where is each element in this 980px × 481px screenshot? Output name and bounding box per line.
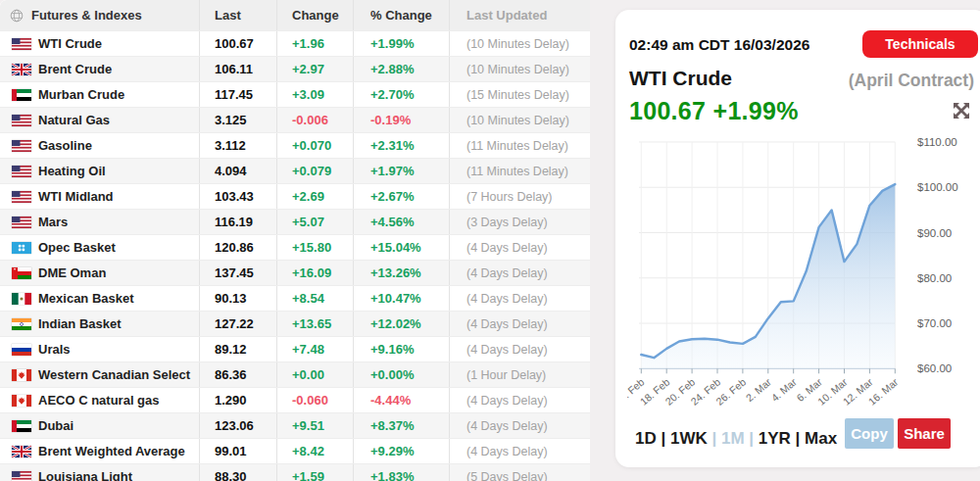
commodity-name-link[interactable]: Western Canadian Select xyxy=(38,367,190,382)
range-1d[interactable]: 1D xyxy=(635,429,657,448)
percent-change: +1.83% xyxy=(353,464,449,481)
header-last-updated: Last Updated xyxy=(449,0,590,30)
last-updated: (4 Days Delay) xyxy=(449,261,590,285)
table-row[interactable]: Mars 116.19 +5.07 +4.56% (3 Days Delay) xyxy=(0,209,590,234)
last-updated: (4 Days Delay) xyxy=(449,337,590,361)
change-value: -0.006 xyxy=(276,108,353,132)
country-flag-icon xyxy=(12,166,31,177)
change-value: +7.48 xyxy=(276,337,353,361)
last-price: 106.11 xyxy=(199,57,276,81)
svg-text:$80.00: $80.00 xyxy=(917,272,952,284)
table-row[interactable]: Mexican Basket 90.13 +8.54 +10.47% (4 Da… xyxy=(0,285,590,311)
table-row[interactable]: Urals 89.12 +7.48 +9.16% (4 Days Delay) xyxy=(0,336,590,361)
table-row[interactable]: Western Canadian Select 86.36 +0.00 +0.0… xyxy=(0,361,590,387)
commodity-name-link[interactable]: DME Oman xyxy=(38,265,106,280)
country-flag-icon xyxy=(12,369,31,381)
percent-change: +15.04% xyxy=(353,235,449,260)
country-flag-icon xyxy=(12,318,31,330)
last-updated: (4 Days Delay) xyxy=(449,388,590,412)
commodity-name-link[interactable]: Louisiana Light xyxy=(38,469,132,481)
table-row[interactable]: Natural Gas 3.125 -0.006 -0.19% (10 Minu… xyxy=(0,107,590,132)
commodity-name-link[interactable]: Murban Crude xyxy=(38,87,124,102)
country-flag-icon xyxy=(12,89,31,101)
country-flag-icon xyxy=(12,446,31,457)
percent-change: +1.97% xyxy=(353,159,449,183)
percent-change: +13.26% xyxy=(353,261,449,285)
table-row[interactable]: Murban Crude 117.45 +3.09 +2.70% (15 Min… xyxy=(0,81,590,107)
copy-button[interactable]: Copy xyxy=(845,418,894,449)
table-row[interactable]: WTI Crude 100.67 +1.96 +1.99% (10 Minute… xyxy=(0,30,590,56)
percent-change: +2.31% xyxy=(353,133,449,158)
technicals-button[interactable]: Technicals xyxy=(862,30,978,58)
last-updated: (11 Minutes Delay) xyxy=(449,133,590,158)
commodity-name-link[interactable]: Brent Crude xyxy=(38,62,112,76)
range-max[interactable]: Max xyxy=(805,429,837,448)
last-price: 116.19 xyxy=(199,210,276,234)
last-price: 99.01 xyxy=(199,439,276,463)
last-price: 127.22 xyxy=(199,312,276,336)
globe-icon xyxy=(10,9,24,23)
country-flag-icon xyxy=(12,344,31,356)
commodity-name-link[interactable]: Natural Gas xyxy=(38,113,110,127)
last-updated: (15 Minutes Delay) xyxy=(449,82,590,107)
table-row[interactable]: DME Oman 137.45 +16.09 +13.26% (4 Days D… xyxy=(0,260,590,285)
header-change: Change xyxy=(276,0,353,30)
percent-change: +2.70% xyxy=(353,82,449,107)
table-row[interactable]: WTI Midland 103.43 +2.69 +2.67% (7 Hours… xyxy=(0,183,590,209)
table-row[interactable]: Brent Weighted Average 99.01 +8.42 +9.29… xyxy=(0,438,590,463)
country-flag-icon xyxy=(12,115,31,126)
svg-text:$100.00: $100.00 xyxy=(917,181,958,193)
commodity-name-link[interactable]: WTI Crude xyxy=(38,36,102,51)
commodity-name-link[interactable]: Mars xyxy=(38,215,68,229)
country-flag-icon xyxy=(12,293,31,305)
commodity-name-link[interactable]: WTI Midland xyxy=(38,189,114,204)
table-row[interactable]: Louisiana Light 88.30 +1.59 +1.83% (5 Da… xyxy=(0,463,590,481)
commodity-name-link[interactable]: Brent Weighted Average xyxy=(38,444,185,458)
last-price: 123.06 xyxy=(199,413,276,438)
range-1m[interactable]: 1M xyxy=(721,429,745,448)
share-button[interactable]: Share xyxy=(898,418,951,449)
table-header: Futures & Indexes Last Change % Change L… xyxy=(0,0,590,30)
contract-label: (April Contract) xyxy=(849,71,974,91)
commodity-name-link[interactable]: Dubai xyxy=(38,418,74,433)
commodity-name-link[interactable]: Gasoline xyxy=(38,138,92,153)
commodity-name-link[interactable]: Mexican Basket xyxy=(38,291,134,306)
last-updated: (4 Days Delay) xyxy=(449,413,590,438)
svg-text:$90.00: $90.00 xyxy=(917,227,952,239)
country-flag-icon xyxy=(12,191,31,203)
table-row[interactable]: Opec Basket 120.86 +15.80 +15.04% (4 Day… xyxy=(0,234,590,260)
futures-table: Futures & Indexes Last Change % Change L… xyxy=(0,0,590,481)
country-flag-icon xyxy=(12,64,31,75)
last-updated: (3 Days Delay) xyxy=(449,210,590,234)
table-row[interactable]: Dubai 123.06 +9.51 +8.37% (4 Days Delay) xyxy=(0,412,590,438)
country-flag-icon xyxy=(12,140,31,152)
range-separator: | xyxy=(745,429,759,448)
table-row[interactable]: Gasoline 3.112 +0.070 +2.31% (11 Minutes… xyxy=(0,132,590,158)
commodity-name-link[interactable]: Opec Basket xyxy=(38,240,116,255)
header-last: Last xyxy=(199,0,276,30)
range-separator: | xyxy=(657,429,670,448)
commodity-name-link[interactable]: AECO C natural gas xyxy=(38,393,160,408)
last-updated: (4 Days Delay) xyxy=(449,312,590,336)
range-1yr[interactable]: 1YR xyxy=(759,429,791,448)
svg-text:16. Mar: 16. Mar xyxy=(866,375,901,407)
last-price: 4.094 xyxy=(199,159,276,183)
percent-change: +2.88% xyxy=(353,57,449,81)
last-updated: (7 Hours Delay) xyxy=(449,184,590,209)
commodity-name-link[interactable]: Indian Basket xyxy=(38,316,122,331)
table-row[interactable]: AECO C natural gas 1.290 -0.060 -4.44% (… xyxy=(0,387,590,412)
table-row[interactable]: Heating Oil 4.094 +0.079 +1.97% (11 Minu… xyxy=(0,158,590,183)
last-price: 86.36 xyxy=(199,362,276,387)
range-1wk[interactable]: 1WK xyxy=(670,429,708,448)
expand-icon[interactable] xyxy=(951,100,972,121)
country-flag-icon xyxy=(12,267,31,279)
commodity-name-link[interactable]: Heating Oil xyxy=(38,164,106,178)
price-chart[interactable]: 16. Feb18. Feb20. Feb24. Feb26. Feb2. Ma… xyxy=(627,132,980,426)
change-value: +1.96 xyxy=(276,31,353,56)
change-value: +0.070 xyxy=(276,133,353,158)
table-row[interactable]: Brent Crude 106.11 +2.97 +2.88% (10 Minu… xyxy=(0,56,590,81)
last-price: 137.45 xyxy=(199,261,276,285)
country-flag-icon xyxy=(12,420,31,432)
commodity-name-link[interactable]: Urals xyxy=(38,342,71,357)
table-row[interactable]: Indian Basket 127.22 +13.65 +12.02% (4 D… xyxy=(0,311,590,336)
